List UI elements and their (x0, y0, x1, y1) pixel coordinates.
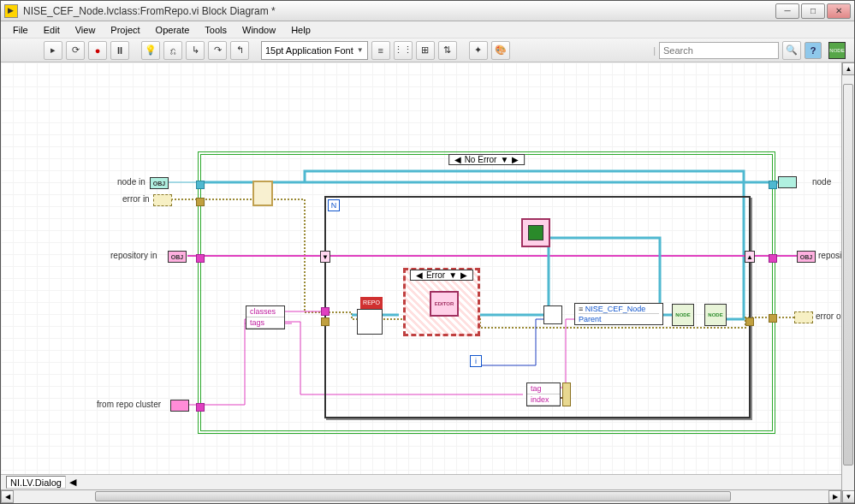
retain-wires-button[interactable]: ⎌ (163, 41, 182, 60)
vertical-scrollbar[interactable]: ▲ ▼ (841, 62, 854, 503)
error-in-terminal[interactable] (153, 194, 172, 206)
menu-operate[interactable]: Operate (149, 23, 197, 37)
unbundle-row-classes[interactable]: classes (246, 306, 284, 317)
scroll-right-button[interactable]: ▶ (828, 490, 841, 503)
run-button[interactable]: ▸ (44, 41, 62, 60)
error-cluster-subvi[interactable] (252, 181, 273, 206)
menu-help[interactable]: Help (284, 23, 318, 37)
reorder-button[interactable]: ⇅ (438, 41, 457, 60)
chevron-down-icon[interactable]: ▼ (448, 270, 457, 280)
minimize-button[interactable]: ─ (775, 3, 799, 19)
pause-button[interactable]: II (110, 41, 129, 60)
scroll-up-button[interactable]: ▲ (842, 62, 854, 75)
from-repo-cluster-terminal[interactable] (170, 400, 189, 412)
editor-subvi[interactable]: EDITOR (430, 291, 459, 317)
repo-constant[interactable]: REPO (360, 297, 383, 309)
abort-button[interactable]: ● (88, 41, 107, 60)
tunnel[interactable] (321, 307, 330, 316)
for-loop-i[interactable]: i (470, 355, 482, 367)
resize-button[interactable]: ⊞ (416, 41, 435, 60)
vscroll-track[interactable] (842, 75, 854, 490)
workspace: node in OBJ error in repository in OBJ f… (1, 62, 854, 503)
unbundle-classes-tags[interactable]: classes tags (246, 305, 285, 329)
horizontal-scrollbar[interactable]: ◀ ▶ (1, 489, 841, 503)
cleanup-button[interactable]: ✦ (469, 41, 488, 60)
repo-lookup-subvi[interactable] (357, 309, 383, 335)
unbundle-tag-index[interactable]: tag index (526, 382, 561, 406)
toolbar: ▸ ⟳ ● II 💡 ⎌ ↳ ↷ ↰ 15pt Application Font… (1, 39, 854, 62)
repository-in-label: repository in (110, 251, 157, 260)
unbundle-row-tags[interactable]: tags (246, 317, 284, 329)
step-into-button[interactable]: ↳ (186, 41, 205, 60)
help-button[interactable]: ? (805, 42, 822, 59)
error-in-label: error in (122, 194, 150, 204)
repository-in-terminal[interactable]: OBJ (168, 251, 187, 263)
search-input[interactable] (659, 42, 779, 59)
inner-case-structure[interactable]: ◀ Error ▼ ▶ EDITOR (403, 268, 480, 336)
unbundle-row-index[interactable]: index (527, 394, 560, 406)
tunnel[interactable] (196, 198, 205, 206)
menu-view[interactable]: View (68, 23, 103, 37)
tunnel[interactable] (196, 254, 205, 263)
for-loop-n[interactable]: N (328, 199, 340, 211)
hscroll-track[interactable] (14, 490, 828, 503)
tunnel[interactable] (769, 314, 777, 323)
chevron-right-icon[interactable]: ▶ (512, 155, 519, 164)
repository-out-terminal[interactable]: OBJ (797, 251, 816, 263)
tunnel[interactable] (745, 317, 754, 326)
diagram[interactable]: node in OBJ error in repository in OBJ f… (1, 62, 841, 474)
font-select[interactable]: 15pt Application Font ▼ (261, 41, 368, 60)
titlebar[interactable]: NISE_CEF_Node.lvclass:FromRepo.vi Block … (1, 1, 854, 21)
unbundle-row-tag[interactable]: tag (527, 383, 560, 394)
chevron-down-icon[interactable]: ▼ (500, 155, 508, 164)
class-specifier[interactable]: ≡ NISE_CEF_Node Parent (574, 303, 663, 325)
step-out-button[interactable]: ↰ (230, 41, 249, 60)
window-title: NISE_CEF_Node.lvclass:FromRepo.vi Block … (23, 5, 775, 17)
context-field[interactable]: NI.LV.Dialog (6, 476, 66, 489)
output-subvi[interactable]: NODE (704, 304, 727, 326)
block-diagram-canvas[interactable]: node in OBJ error in repository in OBJ f… (1, 62, 841, 474)
run-continuous-button[interactable]: ⟳ (66, 41, 85, 60)
context-text: NI.LV.Dialog (10, 477, 62, 488)
main-window: NISE_CEF_Node.lvclass:FromRepo.vi Block … (0, 0, 855, 504)
merge-subvi[interactable] (543, 305, 562, 324)
menu-tools[interactable]: Tools (198, 23, 234, 37)
chevron-left-icon[interactable]: ◀ (416, 270, 423, 280)
tunnel[interactable] (196, 181, 205, 189)
align-button[interactable]: ≡ (371, 41, 390, 60)
connector-icon[interactable]: NODE (828, 42, 846, 59)
menu-edit[interactable]: Edit (37, 23, 67, 37)
tunnel[interactable] (769, 181, 777, 189)
maximize-button[interactable]: □ (801, 3, 825, 19)
node-constant[interactable] (521, 218, 550, 247)
tunnel[interactable] (196, 403, 205, 412)
inner-case-selector[interactable]: ◀ Error ▼ ▶ (410, 270, 473, 281)
distribute-button[interactable]: ⋮⋮ (394, 41, 413, 60)
node-in-terminal[interactable]: OBJ (150, 177, 169, 189)
step-over-button[interactable]: ↷ (208, 41, 227, 60)
error-out-terminal[interactable] (794, 311, 813, 323)
tunnel[interactable] (321, 317, 330, 326)
search-button[interactable]: 🔍 (782, 41, 801, 60)
tunnel[interactable] (769, 254, 777, 263)
shift-register-left[interactable]: ▼ (320, 251, 330, 263)
class-property[interactable]: Parent (579, 313, 659, 323)
chevron-left-icon[interactable]: ◀ (454, 155, 461, 164)
scroll-left-button[interactable]: ◀ (1, 490, 14, 503)
icon-editor-button[interactable]: 🎨 (491, 41, 510, 60)
outer-case-selector[interactable]: ◀ No Error ▼ ▶ (448, 154, 525, 165)
chevron-right-icon[interactable]: ▶ (460, 270, 467, 280)
scroll-down-button[interactable]: ▼ (842, 490, 854, 503)
menu-file[interactable]: File (6, 23, 35, 37)
build-subvi[interactable]: NODE (672, 304, 694, 326)
highlight-exec-button[interactable]: 💡 (141, 41, 160, 60)
menu-project[interactable]: Project (104, 23, 146, 37)
node-out-terminal[interactable] (778, 176, 797, 188)
menu-window[interactable]: Window (235, 23, 282, 37)
index-array-node[interactable] (562, 382, 571, 406)
hscroll-thumb[interactable] (95, 491, 731, 501)
vscroll-thumb[interactable] (843, 84, 853, 465)
scroll-left-icon[interactable]: ◀ (69, 477, 76, 488)
shift-register-right[interactable]: ▲ (745, 251, 755, 263)
close-button[interactable]: ✕ (827, 3, 851, 19)
